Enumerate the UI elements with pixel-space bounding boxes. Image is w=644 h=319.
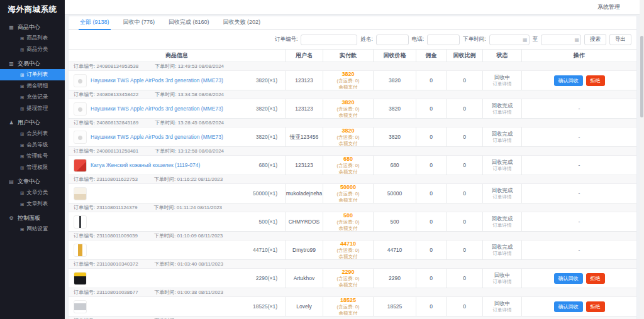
- pay-method: 余额支付: [339, 254, 358, 259]
- order-detail-link[interactable]: 订单详情: [493, 222, 512, 228]
- recycle-price-cell: 500: [374, 212, 416, 231]
- scrollbar-thumb[interactable]: [640, 36, 643, 117]
- tab-3[interactable]: 回收失败 (202): [217, 16, 267, 30]
- product-qty: 2290(×1): [256, 275, 280, 282]
- sidebar-section-label: 控制面板: [18, 214, 40, 222]
- sidebar-item[interactable]: ⊞充值记录: [0, 92, 65, 103]
- sidebar-item[interactable]: ⊞管理账号: [0, 151, 65, 162]
- order-detail-link[interactable]: 订单详情: [493, 81, 512, 87]
- username-cell: CHMYRDOS: [286, 212, 323, 231]
- order-detail-link[interactable]: 订单详情: [493, 279, 512, 284]
- sidebar-section[interactable]: ▦商品中心: [0, 21, 65, 33]
- tab-1[interactable]: 回收中 (776): [117, 16, 162, 30]
- product-cell: Наушники TWS Apple AirPods 3rd generatio…: [69, 127, 286, 146]
- table-row: 订单编号: 240808132845189下单时间: 13:28:45 08/0…: [69, 119, 636, 147]
- status-cell: 回收完成订单详情: [483, 212, 522, 231]
- operation-cell: -: [522, 127, 636, 146]
- order-detail-link[interactable]: 订单详情: [493, 251, 512, 256]
- order-header-line: 订单编号: 231108010038677下单时间: 01:00:38 08/1…: [69, 288, 636, 297]
- order-detail-link[interactable]: 订单详情: [493, 166, 512, 171]
- recycle-ratio-cell: 0: [447, 184, 483, 203]
- phone-input[interactable]: [427, 35, 460, 45]
- product-cell: 500(×1): [69, 212, 286, 231]
- sidebar-section[interactable]: ♟用户中心: [0, 117, 65, 128]
- commission-cell: 0: [416, 241, 447, 259]
- table-row: 订单编号: 240808134953538下单时间: 13:49:53 08/0…: [69, 62, 636, 90]
- sidebar-item[interactable]: ⊞提现管理: [0, 103, 65, 114]
- paid-amount: 44710: [340, 241, 356, 247]
- confirm-recycle-button[interactable]: 确认回收: [554, 301, 583, 312]
- operation-cell: -: [522, 99, 636, 118]
- operation-cell: 确认回收拒绝: [522, 297, 636, 316]
- tab-2[interactable]: 回收完成 (8160): [162, 16, 216, 30]
- plus-box-icon: ⊞: [20, 47, 24, 53]
- product-cell: 50000(×1): [69, 184, 286, 203]
- order-no-label: 订单编号:: [275, 36, 297, 43]
- product-cell: Наушники TWS Apple AirPods 3rd generatio…: [69, 99, 286, 118]
- sidebar-item[interactable]: ⊞商品列表: [0, 33, 65, 44]
- search-button[interactable]: 搜索: [584, 34, 606, 45]
- order-no-input[interactable]: [301, 35, 357, 45]
- freight-note: (含运费: 0): [337, 163, 360, 168]
- reject-button[interactable]: 拒绝: [586, 301, 605, 312]
- sidebar-item[interactable]: ⊞会员列表: [0, 128, 65, 139]
- sidebar-section[interactable]: ▥交易中心: [0, 58, 65, 69]
- order-detail-link[interactable]: 订单详情: [493, 307, 512, 313]
- username-cell: 123123: [286, 99, 323, 118]
- table-row: 订单编号: 231108010038677下单时间: 01:00:38 08/1…: [69, 288, 636, 316]
- product-title-link[interactable]: Катуа Женский кожаный кошелек (1119-074): [91, 162, 255, 169]
- app-title: 海外商城系统: [0, 0, 65, 19]
- recycle-price-cell: 50000: [374, 184, 416, 203]
- reject-button[interactable]: 拒绝: [586, 75, 605, 86]
- commission-cell: 0: [416, 269, 447, 288]
- filter-bar: 订单编号: 姓名: 电话: 下单时间: ▦ 至 ▦ 搜索 导出: [69, 30, 636, 49]
- reject-button[interactable]: 拒绝: [586, 273, 605, 284]
- sidebar-section[interactable]: ⚙控制面板: [0, 212, 65, 224]
- header-recycle-price: 回收价格: [374, 50, 416, 62]
- sidebar-item[interactable]: ⊞网站设置: [0, 224, 65, 235]
- order-detail-link[interactable]: 订单详情: [493, 138, 512, 143]
- product-title-link[interactable]: Наушники TWS Apple AirPods 3rd generatio…: [91, 134, 252, 141]
- order-number: 订单编号: 231108011124379: [74, 204, 137, 211]
- order-time: 下单时间: 13:12:58 08/08/2024: [155, 148, 224, 154]
- paid-cell: 500(含运费: 0)余额支付: [323, 212, 374, 231]
- order-detail-link[interactable]: 订单详情: [493, 194, 512, 200]
- recycle-ratio-cell: 0: [447, 212, 483, 231]
- operation-cell: -: [522, 212, 636, 231]
- topbar: 系统管理: [65, 0, 644, 14]
- plus-box-icon: ⊞: [20, 95, 24, 100]
- recycle-ratio-cell: 0: [447, 99, 483, 118]
- order-detail-link[interactable]: 订单详情: [493, 109, 512, 115]
- sidebar-item[interactable]: ⊞佣金明细: [0, 80, 65, 92]
- main-card: 全部 (9138)回收中 (776)回收完成 (8160)回收失败 (202) …: [68, 16, 637, 319]
- order-time: 下单时间: 01:16:22 08/11/2023: [154, 176, 223, 183]
- paid-cell: 2290(含运费: 0)余额支付: [323, 269, 374, 288]
- order-time: 下单时间: 01:00:38 08/11/2023: [155, 289, 223, 296]
- freight-note: (含运费: 0): [337, 219, 360, 225]
- sidebar-item[interactable]: ⊞商品分类: [0, 44, 65, 55]
- product-thumbnail: [74, 300, 87, 313]
- username-cell: Lovely: [286, 297, 323, 316]
- date-to-input[interactable]: [541, 35, 581, 45]
- sidebar-section[interactable]: ▤文章中心: [0, 176, 65, 187]
- confirm-recycle-button[interactable]: 确认回收: [554, 273, 583, 284]
- name-input[interactable]: [376, 35, 409, 45]
- status-text: 回收中: [494, 300, 511, 307]
- sidebar-item[interactable]: ⊞文章列表: [0, 198, 65, 210]
- export-button[interactable]: 导出: [609, 34, 631, 45]
- header-product: 商品信息: [69, 50, 286, 62]
- system-admin-menu[interactable]: 系统管理: [597, 0, 620, 14]
- product-title-link[interactable]: Наушники TWS Apple AirPods 3rd generatio…: [91, 77, 252, 84]
- date-from-input[interactable]: [489, 35, 530, 45]
- sidebar-item[interactable]: ⊞订单列表: [0, 69, 65, 80]
- sidebar-item[interactable]: ⊞管理权限: [0, 162, 65, 173]
- pay-method: 余额支付: [339, 225, 358, 231]
- product-title-link[interactable]: Наушники TWS Apple AirPods 3rd generatio…: [91, 105, 252, 112]
- sidebar-item[interactable]: ⊞会员等级: [0, 139, 65, 151]
- operation-cell: -: [522, 184, 636, 203]
- recycle-ratio-cell: 0: [447, 241, 483, 259]
- confirm-recycle-button[interactable]: 确认回收: [554, 75, 583, 86]
- sidebar-item[interactable]: ⊞文章分类: [0, 187, 65, 198]
- product-cell: Наушники TWS Apple AirPods 3rd generatio…: [69, 71, 286, 90]
- tab-0[interactable]: 全部 (9138): [74, 16, 116, 30]
